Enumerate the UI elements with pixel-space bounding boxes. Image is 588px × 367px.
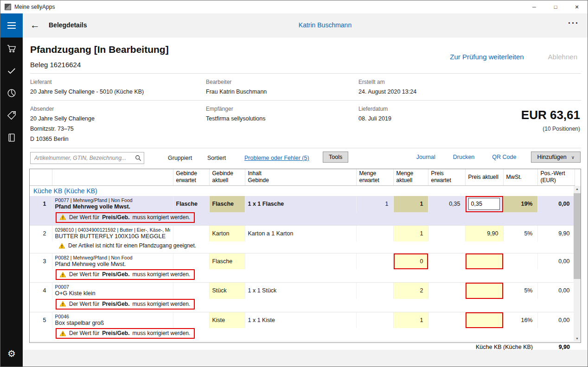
main-content: Pfandzugang [In Bearbeitung] Beleg 16216… xyxy=(23,38,588,350)
table-row[interactable]: 2 0298010 | 04034900121592 | Butter | Ei… xyxy=(30,225,575,241)
cell-pos-wert: 0,00 xyxy=(537,253,575,269)
maximize-button[interactable]: □ xyxy=(545,0,566,13)
cell-mwst: 19% xyxy=(503,196,537,212)
minimize-button[interactable]: ─ xyxy=(524,0,545,13)
article-code: P0077 | Mehrweg/Pfand | Non Food xyxy=(55,197,170,203)
erstellt-am-label: Erstellt am xyxy=(358,79,385,85)
sidebar-item-reports[interactable] xyxy=(0,82,23,104)
cell-gebinde-erwartet xyxy=(173,283,209,299)
cell-menge-aktuell[interactable]: 1 xyxy=(393,196,428,212)
absender-line1: 20 Jahre Selly Challenge xyxy=(30,115,95,122)
hamburger-icon xyxy=(7,22,16,23)
search-input[interactable] xyxy=(30,152,144,164)
warning-icon xyxy=(59,301,66,307)
divider xyxy=(30,73,581,74)
scrollbar-thumb[interactable] xyxy=(574,193,581,279)
back-button[interactable]: ← xyxy=(27,19,43,31)
col-menge-erwartet: Menge erwartet xyxy=(356,169,393,185)
lieferdatum-label: Lieferdatum xyxy=(358,106,388,112)
vertical-scrollbar[interactable]: ▲ ▼ xyxy=(574,186,581,342)
positions-table: Gebinde erwartet Gebinde aktuell Inhalt … xyxy=(29,169,581,343)
close-button[interactable]: ✕ xyxy=(566,0,588,13)
forward-for-review-button[interactable]: Zur Prüfung weiterleiten xyxy=(447,52,526,61)
cell-gebinde-aktuell[interactable]: Karton xyxy=(209,225,245,241)
table-row[interactable]: 3 P0082 | Mehrweg/Pfand | Non Food Pfand… xyxy=(30,253,575,269)
journal-link[interactable]: Journal xyxy=(414,153,438,161)
cell-gebinde-aktuell[interactable]: Stück xyxy=(209,283,245,299)
cell-article: P0082 | Mehrweg/Pfand | Non Food Pfand M… xyxy=(52,253,173,269)
cell-preis-aktuell[interactable] xyxy=(465,283,503,299)
hamburger-menu-button[interactable] xyxy=(0,13,23,38)
cell-gebinde-aktuell[interactable]: Flasche xyxy=(209,253,245,269)
article-code: P0007 xyxy=(55,284,170,290)
print-link[interactable]: Drucken xyxy=(450,153,478,161)
divider xyxy=(30,148,581,148)
reject-button[interactable]: Ablehnen xyxy=(545,52,580,61)
gear-icon: ⚙ xyxy=(7,349,16,358)
cell-menge-aktuell[interactable]: 0 xyxy=(393,253,428,269)
col-mwst: MwSt. xyxy=(503,169,537,185)
window-controls: ─ □ ✕ xyxy=(524,0,588,13)
table-row[interactable]: 1 P0077 | Mehrweg/Pfand | Non Food Pfand… xyxy=(30,196,575,212)
lieferdatum-value: 08. Juli 2019 xyxy=(358,115,391,122)
cell-row-number: 4 xyxy=(30,283,52,299)
warning-row: Der Wert für Preis/Geb. muss korrigiert … xyxy=(30,269,575,283)
user-name[interactable]: Katrin Buschmann xyxy=(260,21,390,29)
article-name: Pfand Mehrweg volle Mwst. xyxy=(55,203,170,210)
qr-code-link[interactable]: QR Code xyxy=(489,153,519,161)
cell-row-number: 2 xyxy=(30,225,52,241)
settings-button[interactable]: ⚙ xyxy=(0,342,23,365)
absender-line3: D 10365 Berlin xyxy=(30,136,69,142)
article-name: Box stapelbar groß xyxy=(55,320,170,327)
cart-icon xyxy=(6,44,17,54)
sidebar-item-tags[interactable] xyxy=(0,104,23,127)
group-footer-value: 9,90 xyxy=(537,342,575,350)
cell-pos-wert: 0,00 xyxy=(537,283,575,299)
article-name: Pfand Mehrweg volle Mwst. xyxy=(55,261,170,268)
tag-icon xyxy=(6,110,17,120)
warning-row: Der Artikel ist nicht für einen Pfandzug… xyxy=(30,241,575,253)
col-menge-aktuell: Menge aktuell xyxy=(393,169,428,185)
col-preis-aktuell: Preis aktuell xyxy=(465,169,503,185)
cell-preis-erwartet xyxy=(428,283,465,299)
scroll-down-button[interactable]: ▼ xyxy=(574,335,581,342)
table-row[interactable]: 4 P0007 O+G Kiste klein Stück 1 x 1 Stüc… xyxy=(30,283,575,299)
page-title: Belegdetails xyxy=(49,21,87,29)
warning-icon xyxy=(59,272,66,278)
cell-preis-aktuell[interactable] xyxy=(465,196,503,212)
sidebar-item-cart[interactable] xyxy=(0,38,23,60)
col-preis-erwartet: Preis erwartet xyxy=(428,169,465,185)
group-header-row: Küche KB (Küche KB) xyxy=(30,185,575,196)
warning-row: Der Wert für Preis/Geb. muss korrigiert … xyxy=(30,328,575,342)
titlebar: Meine sellyApps ─ □ ✕ xyxy=(0,0,588,13)
cell-mwst: 5% xyxy=(503,283,537,299)
problems-link[interactable]: Probleme oder Fehler (5) xyxy=(242,154,312,162)
cell-preis-aktuell[interactable] xyxy=(465,312,503,328)
scroll-up-button[interactable]: ▲ xyxy=(574,186,581,192)
preis-aktuell-input[interactable] xyxy=(468,198,500,210)
cell-menge-aktuell[interactable]: 1 xyxy=(393,225,428,241)
col-gebinde-aktuell: Gebinde aktuell xyxy=(209,169,245,185)
cell-gebinde-aktuell[interactable]: Flasche xyxy=(209,196,245,212)
grouped-toggle[interactable]: Gruppiert xyxy=(165,154,195,162)
sidebar-item-tasks[interactable] xyxy=(0,60,23,82)
group-label: Küche KB (Küche KB) xyxy=(30,185,575,196)
cell-preis-aktuell[interactable]: 9,90 xyxy=(465,225,503,241)
empfaenger-value: Testfirma sellysolutions xyxy=(206,115,266,122)
cell-menge-aktuell[interactable]: 1 xyxy=(393,312,428,328)
cell-gebinde-aktuell[interactable]: Kiste xyxy=(209,312,245,328)
bearbeiter-label: Bearbeiter xyxy=(206,79,231,85)
tools-button[interactable]: Tools xyxy=(323,152,348,163)
table-row[interactable]: 5 P0046 Box stapelbar groß Kiste 1 x 1 K… xyxy=(30,312,575,328)
search-icon[interactable] xyxy=(135,155,141,161)
cell-preis-aktuell[interactable] xyxy=(465,253,503,269)
more-options-button[interactable]: ··· xyxy=(565,18,582,29)
cell-menge-aktuell[interactable]: 2 xyxy=(393,283,428,299)
cell-menge-erwartet xyxy=(356,283,393,299)
sidebar-item-journal[interactable] xyxy=(0,127,23,149)
document-title: Pfandzugang [In Bearbeitung] xyxy=(30,44,169,55)
sorted-toggle[interactable]: Sortiert xyxy=(205,154,229,162)
cell-menge-erwartet xyxy=(356,225,393,241)
add-button[interactable]: Hinzufügen ∨ xyxy=(531,152,581,163)
warning-message: Der Artikel ist nicht für einen Pfandzug… xyxy=(56,241,205,250)
